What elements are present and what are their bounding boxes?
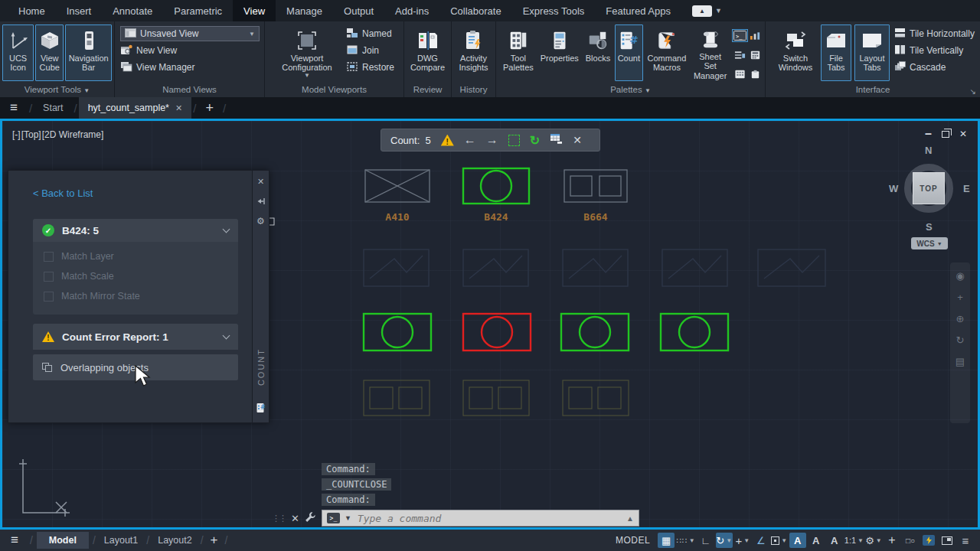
file-tab-current[interactable]: hyt_count_sample* ✕ xyxy=(79,97,192,119)
menu-tab-insert[interactable]: Insert xyxy=(56,0,103,21)
ucs-icon-button[interactable]: UCS Icon xyxy=(2,24,34,81)
tile-vertically-button[interactable]: Tile Vertically xyxy=(894,43,975,58)
restore-viewports-button[interactable]: Restore xyxy=(346,60,394,75)
menu-tab-output[interactable]: Output xyxy=(333,0,384,21)
annotation-scale-value[interactable]: 1:1▼ xyxy=(844,533,864,548)
object-snap-icon[interactable]: ▼ xyxy=(771,533,788,548)
counted-instance-green-2[interactable] xyxy=(561,314,629,350)
chevron-down-icon[interactable]: ▼ xyxy=(715,7,722,15)
counted-instance-green-1[interactable] xyxy=(364,314,431,350)
annotation-autoscale-icon[interactable]: A xyxy=(808,533,825,548)
checkbox-icon[interactable] xyxy=(44,252,54,262)
close-icon[interactable]: ✕ xyxy=(257,177,264,187)
join-viewports-button[interactable]: Join xyxy=(346,43,394,58)
view-manager-button[interactable]: View Manager xyxy=(120,60,260,75)
menu-tab-view[interactable]: View xyxy=(233,0,276,21)
switch-windows-button[interactable]: Switch Windows xyxy=(773,24,818,81)
object-snap-tracking-icon[interactable]: ∠ xyxy=(753,533,769,548)
count-error-header[interactable]: ! Count Error Report: 1 xyxy=(33,324,238,350)
ortho-mode-icon[interactable]: ∟ xyxy=(697,533,714,548)
command-line-toggle-button[interactable]: >_ xyxy=(732,29,748,42)
checkbox-icon[interactable] xyxy=(44,292,54,302)
menu-tab-addins[interactable]: Add-ins xyxy=(384,0,439,21)
close-command-line-icon[interactable]: ✕ xyxy=(291,513,299,524)
counted-instance-green-3[interactable] xyxy=(661,314,728,350)
workspace-gear-icon[interactable]: ⚙▼ xyxy=(865,533,882,548)
annotation-visibility-icon[interactable]: A xyxy=(789,533,806,548)
drag-handle-icon[interactable]: ⋮⋮ xyxy=(272,514,286,523)
keypad-button[interactable] xyxy=(733,68,747,80)
drawing-canvas[interactable]: [-] [Top] [2D Wireframe] – ✕ Count: 5 ! … xyxy=(0,119,980,530)
sheet-set-manager-button[interactable]: Sheet Set Manager xyxy=(691,24,730,81)
auto-hide-pin-icon[interactable] xyxy=(257,194,265,208)
new-view-button[interactable]: New View xyxy=(120,43,260,58)
layout1-tab[interactable]: Layout1 xyxy=(100,535,142,546)
polar-tracking-icon[interactable]: ↻▼ xyxy=(716,533,733,548)
file-tabs-button[interactable]: File Tabs xyxy=(821,24,851,81)
chevron-down-icon[interactable] xyxy=(223,331,230,339)
count-button[interactable]: # Count xyxy=(615,24,642,81)
menu-tab-home[interactable]: Home xyxy=(8,0,56,21)
add-cleanup-icon[interactable]: + xyxy=(884,533,900,548)
calculator-button[interactable] xyxy=(748,49,763,61)
match-layer-option[interactable]: Match Layer xyxy=(33,246,238,266)
back-to-list-link[interactable]: < Back to List xyxy=(33,187,93,199)
counted-instance-error[interactable] xyxy=(463,314,531,350)
layout2-tab[interactable]: Layout2 xyxy=(153,535,196,546)
layout-tabs-button[interactable]: Layout Tabs xyxy=(854,24,890,81)
file-tab-start[interactable]: Start xyxy=(34,97,72,119)
view-dropdown[interactable]: Unsaved View ▼ xyxy=(120,26,260,41)
dwg-compare-button[interactable]: DWG Compare xyxy=(407,24,449,81)
annotation-scale-icon[interactable]: A xyxy=(826,533,843,548)
model-tab[interactable]: Model xyxy=(37,532,89,549)
ribbon-collapse-button[interactable]: ▲ ▼ xyxy=(692,0,722,21)
block-b664[interactable] xyxy=(564,170,627,202)
menu-tab-collaborate[interactable]: Collaborate xyxy=(439,0,512,21)
activity-insights-button[interactable]: Activity Insights xyxy=(454,24,493,81)
dimmed-block-row[interactable] xyxy=(364,380,629,416)
chevron-down-icon[interactable]: ▼ xyxy=(345,514,351,522)
layout-menu-icon[interactable]: ≡ xyxy=(11,533,18,548)
panel-label-viewport-tools[interactable]: Viewport Tools ▼ xyxy=(0,83,114,97)
expand-history-icon[interactable]: ▲ xyxy=(626,514,634,523)
performance-analyzer-button[interactable] xyxy=(748,30,763,42)
layer-manager-button[interactable] xyxy=(733,49,747,61)
command-input[interactable] xyxy=(356,512,622,525)
menu-tab-express-tools[interactable]: Express Tools xyxy=(512,0,596,21)
close-icon[interactable]: ✕ xyxy=(175,103,182,113)
match-mirror-state-option[interactable]: Match Mirror State xyxy=(33,286,238,306)
file-tabs-menu-icon[interactable]: ≡ xyxy=(0,97,28,119)
menu-tab-annotate[interactable]: Annotate xyxy=(102,0,163,21)
block-b424-highlighted[interactable] xyxy=(463,168,529,204)
block-a410[interactable] xyxy=(365,170,430,202)
count-block-header[interactable]: ✓ B424: 5 xyxy=(33,219,238,242)
viewport-configuration-button[interactable]: Viewport Configuration ▼ xyxy=(276,24,338,81)
grid-toggle-icon[interactable]: ▦ xyxy=(658,533,675,548)
gear-icon[interactable]: ⚙ xyxy=(256,216,265,227)
tile-horizontally-button[interactable]: Tile Horizontally xyxy=(894,26,975,41)
panel-label-palettes[interactable]: Palettes ▼ xyxy=(496,83,765,97)
dialog-launcher-icon[interactable]: ↘ xyxy=(970,87,976,96)
checkbox-icon[interactable] xyxy=(44,272,54,282)
menu-tab-manage[interactable]: Manage xyxy=(276,0,333,21)
tool-palettes-button[interactable]: Tool Palettes xyxy=(501,24,536,81)
new-drawing-button[interactable]: + xyxy=(198,97,221,119)
snap-mode-icon[interactable]: ∷∷▼ xyxy=(676,533,696,548)
properties-button[interactable]: Properties xyxy=(538,24,581,81)
hardware-acceleration-icon[interactable] xyxy=(920,533,937,548)
navigation-bar-button[interactable]: Navigation Bar xyxy=(65,24,112,81)
named-viewports-button[interactable]: Named xyxy=(346,26,394,41)
command-macros-button[interactable]: Command Macros xyxy=(645,24,689,81)
view-cube-button[interactable]: View Cube xyxy=(35,24,64,81)
chevron-down-icon[interactable] xyxy=(223,225,230,233)
clean-screen-icon[interactable] xyxy=(939,533,956,548)
new-layout-button[interactable]: + xyxy=(207,533,221,548)
blocks-button[interactable]: Blocks xyxy=(583,24,612,81)
menu-tab-parametric[interactable]: Parametric xyxy=(163,0,233,21)
match-scale-option[interactable]: Match Scale xyxy=(33,266,238,286)
isolate-objects-icon[interactable]: □○ xyxy=(902,533,919,548)
space-mode-label[interactable]: MODEL xyxy=(616,535,650,546)
command-input-bar[interactable]: >_ ▼ ▲ xyxy=(322,510,639,527)
customization-menu-icon[interactable]: ≡ xyxy=(957,533,974,548)
cascade-button[interactable]: Cascade xyxy=(894,60,975,75)
